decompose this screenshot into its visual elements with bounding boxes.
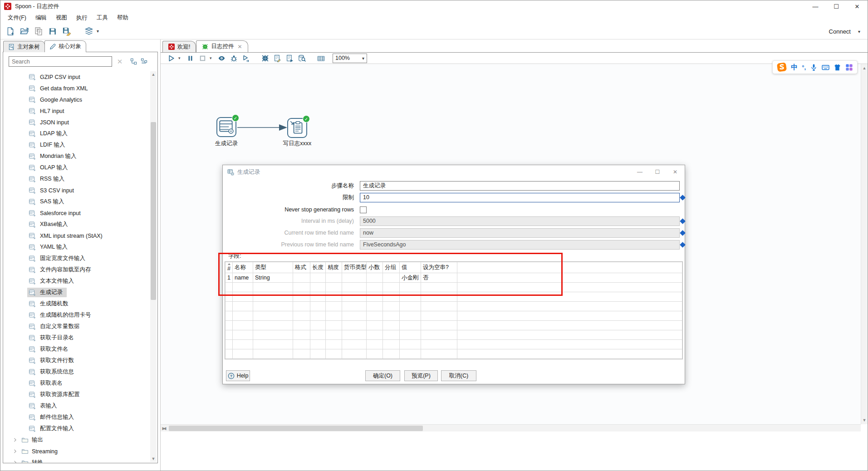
interval-input[interactable]: 5000 xyxy=(360,216,680,226)
column-header[interactable]: 类型 xyxy=(253,262,293,273)
pause-button[interactable] xyxy=(185,53,195,63)
sidebar-scrollbar[interactable]: ▲ ▼ xyxy=(150,71,157,462)
column-header[interactable]: 小数 xyxy=(367,262,383,273)
tree-item-JSON input[interactable]: JSON input xyxy=(3,117,150,128)
menu-item-1[interactable]: 编辑 xyxy=(31,13,51,23)
clear-search-icon[interactable]: ✕ xyxy=(116,58,124,66)
get-sql-button[interactable] xyxy=(284,53,294,63)
explore-db-button[interactable] xyxy=(297,53,307,63)
table-empty-row[interactable] xyxy=(226,330,682,340)
column-header[interactable]: 长度 xyxy=(310,262,326,273)
tree-item-获取资源库配置[interactable]: 获取资源库配置 xyxy=(3,389,150,400)
tree-item-Salesforce input[interactable]: Salesforce input xyxy=(3,207,150,219)
step-generate-rows[interactable]: ✓ xyxy=(216,117,236,137)
tree-item-SAS 输入[interactable]: SAS 输入 xyxy=(3,196,150,207)
close-tab-icon[interactable]: ✕ xyxy=(237,44,242,50)
ime-chinese-mode-button[interactable]: 中 xyxy=(791,63,798,72)
tree-item-文本文件输入[interactable]: 文本文件输入 xyxy=(3,275,150,287)
run-options-dropdown-icon[interactable]: ▾ xyxy=(178,56,183,60)
table-empty-row[interactable] xyxy=(226,311,682,321)
menu-item-3[interactable]: 执行 xyxy=(72,13,92,23)
tree-item-S3 CSV input[interactable]: S3 CSV input xyxy=(3,185,150,196)
stop-options-dropdown-icon[interactable]: ▾ xyxy=(210,56,214,60)
duplicate-button[interactable] xyxy=(32,25,44,37)
table-empty-row[interactable] xyxy=(226,302,682,311)
variable-diamond-icon[interactable] xyxy=(680,195,686,201)
table-cell[interactable]: 小金刚 xyxy=(400,273,421,283)
tree-item-获取文件名[interactable]: 获取文件名 xyxy=(3,343,150,355)
tab-transformation[interactable]: 日志控件 ✕ xyxy=(196,40,248,52)
scroll-up-icon[interactable]: ▲ xyxy=(861,65,868,71)
zoom-select[interactable]: 100%▾ xyxy=(333,54,367,63)
tree-item-OLAP 输入[interactable]: OLAP 输入 xyxy=(3,162,150,173)
table-cell[interactable]: 否 xyxy=(421,273,457,283)
connect-button[interactable]: Connect xyxy=(829,28,851,35)
search-input[interactable] xyxy=(9,56,112,67)
dialog-close-button[interactable]: ✕ xyxy=(668,165,682,179)
tree-item-自定义常量数据[interactable]: 自定义常量数据 xyxy=(3,321,150,332)
tree-item-固定宽度文件输入[interactable]: 固定宽度文件输入 xyxy=(3,253,150,264)
table-cell[interactable] xyxy=(293,273,310,283)
limit-input[interactable]: 10 xyxy=(360,193,680,202)
tree-item-Get data from XML[interactable]: Get data from XML xyxy=(3,83,150,94)
tree-item-获取表名[interactable]: 获取表名 xyxy=(3,378,150,389)
tree-item-生成随机数[interactable]: 生成随机数 xyxy=(3,298,150,309)
table-empty-row[interactable] xyxy=(226,292,682,302)
current-time-field-input[interactable]: now xyxy=(360,228,680,238)
column-header[interactable]: 名称 xyxy=(233,262,253,273)
save-as-button[interactable] xyxy=(60,25,73,37)
verify-button[interactable] xyxy=(260,53,270,63)
tree-item-生成随机的信用卡号[interactable]: 生成随机的信用卡号 xyxy=(3,309,150,321)
never-stop-checkbox[interactable] xyxy=(360,206,367,213)
replay-button[interactable] xyxy=(241,53,251,63)
tree-item-LDAP 输入[interactable]: LDAP 输入 xyxy=(3,128,150,139)
impact-button[interactable] xyxy=(272,53,282,63)
column-header[interactable]: # xyxy=(226,262,233,273)
scroll-down-icon[interactable]: ▼ xyxy=(150,456,157,462)
close-button[interactable]: ✕ xyxy=(847,0,868,12)
tree-item-获取子目录名[interactable]: 获取子目录名 xyxy=(3,332,150,343)
tree-item-Google Analytics[interactable]: Google Analytics xyxy=(3,94,150,105)
tab-core-objects[interactable]: 核心对象 xyxy=(44,40,86,52)
tree-item-LDIF 输入[interactable]: LDIF 输入 xyxy=(3,139,150,151)
expand-all-button[interactable] xyxy=(141,58,147,65)
variable-diamond-icon[interactable] xyxy=(680,218,686,224)
menu-item-5[interactable]: 帮助 xyxy=(113,13,133,23)
table-row[interactable]: 1nameString小金刚否 xyxy=(226,273,682,283)
tab-main-object-tree[interactable]: 主对象树 xyxy=(3,41,45,52)
tree-item-配置文件输入[interactable]: 配置文件输入 xyxy=(3,423,150,434)
cancel-button[interactable]: 取消(C) xyxy=(441,370,476,381)
tab-welcome[interactable]: 欢迎! xyxy=(162,41,196,52)
table-empty-row[interactable] xyxy=(226,321,682,330)
tree-item-获取系统信息[interactable]: 获取系统信息 xyxy=(3,366,150,378)
tree-item-生成记录[interactable]: 生成记录 xyxy=(3,287,150,298)
show-results-button[interactable] xyxy=(316,53,326,63)
column-header[interactable]: 分组 xyxy=(383,262,400,273)
table-cell[interactable] xyxy=(383,273,400,283)
collapse-all-button[interactable] xyxy=(130,58,137,65)
save-button[interactable] xyxy=(46,25,59,37)
table-cell[interactable] xyxy=(310,273,326,283)
help-button[interactable]: ?Help xyxy=(226,370,250,381)
scroll-up-icon[interactable]: ▲ xyxy=(150,71,157,78)
run-button[interactable] xyxy=(166,53,176,63)
tree-folder-Streaming[interactable]: Streaming xyxy=(3,446,150,457)
tree-item-表输入[interactable]: 表输入 xyxy=(3,400,150,412)
stop-button[interactable] xyxy=(197,53,207,63)
table-cell[interactable]: name xyxy=(233,273,253,283)
ime-punctuation-button[interactable]: °, xyxy=(802,64,806,71)
tree-item-GZIP CSV input[interactable]: GZIP CSV input xyxy=(3,71,150,83)
perspective-button[interactable] xyxy=(83,25,95,37)
column-header[interactable]: 精度 xyxy=(326,262,342,273)
tree-item-RSS 输入[interactable]: RSS 输入 xyxy=(3,173,150,185)
scroll-down-icon[interactable]: ▼ xyxy=(861,417,868,423)
preview-button[interactable] xyxy=(216,53,226,63)
preview-button[interactable]: 预览(P) xyxy=(404,370,438,381)
variable-diamond-icon[interactable] xyxy=(680,230,686,236)
tree-item-Mondrian 输入[interactable]: Mondrian 输入 xyxy=(3,151,150,162)
tree-item-获取文件行数[interactable]: 获取文件行数 xyxy=(3,355,150,366)
canvas-horizontal-scrollbar[interactable]: ◀ ▶ xyxy=(161,424,861,432)
tree-item-YAML 输入[interactable]: YAML 输入 xyxy=(3,241,150,253)
tree-item-XBase输入[interactable]: XBase输入 xyxy=(3,219,150,230)
column-header[interactable]: 格式 xyxy=(293,262,310,273)
